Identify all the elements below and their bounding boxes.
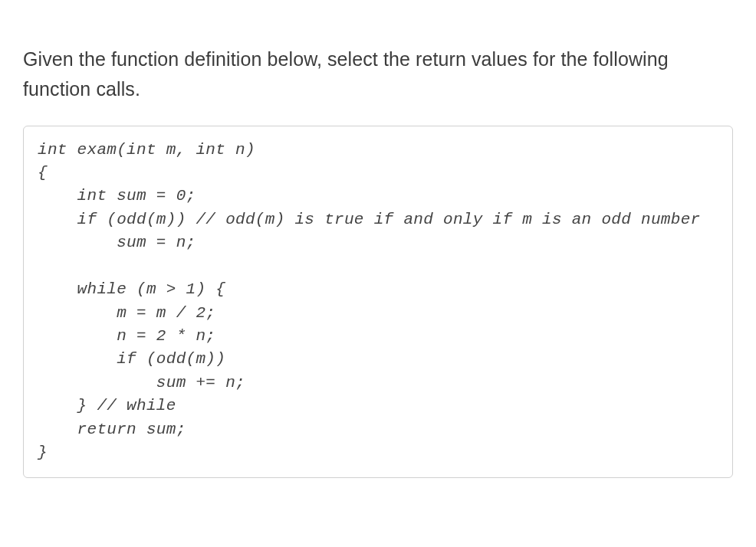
question-prompt: Given the function definition below, sel… [23,44,733,104]
code-block: int exam(int m, int n) { int sum = 0; if… [23,126,733,478]
